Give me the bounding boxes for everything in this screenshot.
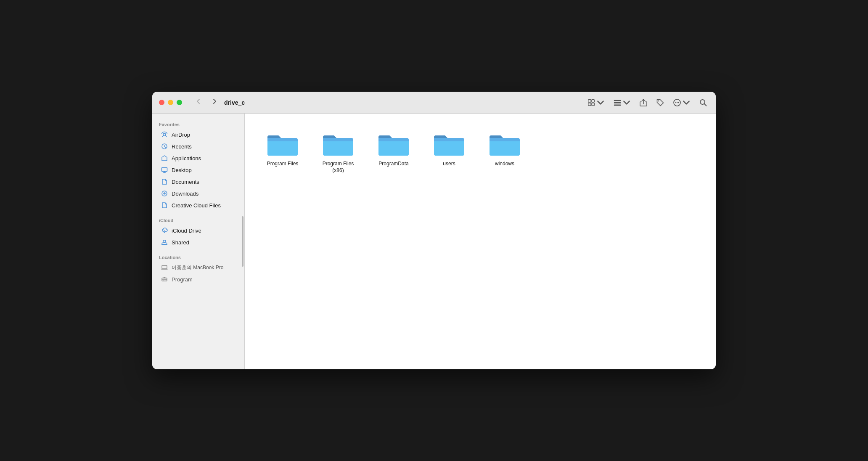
svg-rect-1 — [592, 99, 594, 102]
folder-label-users: users — [443, 161, 455, 167]
main-content: Favorites AirDrop — [152, 114, 716, 369]
folder-label-programdata: ProgramData — [378, 161, 408, 167]
creative-cloud-icon — [161, 201, 168, 209]
svg-point-10 — [677, 102, 677, 103]
sidebar-item-icloud-drive[interactable]: iCloud Drive — [154, 225, 243, 236]
applications-label: Applications — [172, 155, 201, 162]
svg-rect-5 — [614, 102, 621, 103]
folder-label-program-files: Program Files — [267, 161, 299, 167]
sidebar-item-creative-cloud[interactable]: Creative Cloud Files — [154, 199, 243, 211]
folder-icon-program-files — [266, 130, 299, 157]
svg-point-7 — [658, 100, 659, 101]
folder-icon-program-files-x86 — [321, 130, 355, 157]
folder-grid: Program Files Program Files(x86) — [262, 127, 699, 177]
maximize-button[interactable] — [177, 100, 182, 105]
sidebar-item-program-drive[interactable]: Program — [154, 273, 243, 285]
svg-point-12 — [700, 100, 705, 104]
finder-window: drive_c — [152, 92, 716, 369]
titlebar: drive_c — [152, 92, 716, 114]
svg-rect-18 — [162, 265, 167, 269]
folder-item-program-files-x86[interactable]: Program Files(x86) — [317, 127, 359, 177]
svg-rect-2 — [588, 103, 591, 105]
folder-item-users[interactable]: users — [428, 127, 470, 177]
recents-label: Recents — [172, 143, 192, 150]
search-button[interactable] — [697, 97, 709, 109]
tag-button[interactable] — [654, 97, 666, 109]
toolbar-right — [585, 97, 709, 109]
minimize-button[interactable] — [168, 100, 173, 105]
desktop-icon — [161, 166, 168, 174]
icloud-label: iCloud — [152, 215, 244, 225]
sidebar-scrollbar[interactable] — [242, 216, 243, 267]
back-button[interactable] — [192, 96, 205, 109]
folder-label-windows: windows — [495, 161, 514, 167]
close-button[interactable] — [159, 100, 164, 105]
macbook-label: 이종훈의 MacBook Pro — [172, 264, 223, 271]
view-icon-button[interactable] — [585, 97, 606, 109]
shared-label: Shared — [172, 239, 189, 246]
folder-icon-windows — [488, 130, 521, 157]
svg-rect-0 — [588, 99, 591, 102]
desktop-label: Desktop — [172, 167, 192, 173]
arrange-button[interactable] — [611, 97, 632, 109]
svg-rect-17 — [163, 240, 166, 242]
sidebar-item-documents[interactable]: Documents — [154, 176, 243, 188]
documents-icon — [161, 178, 168, 185]
icloud-drive-label: iCloud Drive — [172, 228, 201, 234]
folder-item-programdata[interactable]: ProgramData — [373, 127, 415, 177]
downloads-icon — [161, 190, 168, 197]
program-drive-label: Program — [172, 276, 193, 283]
folder-label-program-files-x86: Program Files(x86) — [323, 161, 354, 174]
recents-icon — [161, 143, 168, 150]
svg-point-9 — [675, 102, 676, 103]
more-button[interactable] — [671, 97, 692, 109]
window-title: drive_c — [224, 99, 245, 106]
svg-rect-3 — [592, 103, 594, 105]
favorites-label: Favorites — [152, 119, 244, 129]
sidebar-item-macbook[interactable]: 이종훈의 MacBook Pro — [154, 262, 243, 273]
svg-rect-4 — [614, 100, 621, 101]
toolbar-left — [192, 96, 221, 109]
file-area: Program Files Program Files(x86) — [245, 114, 716, 369]
folder-item-windows[interactable]: windows — [484, 127, 526, 177]
icloud-drive-icon — [161, 227, 168, 234]
svg-rect-15 — [162, 168, 167, 172]
svg-rect-6 — [614, 104, 621, 106]
airdrop-icon — [161, 131, 168, 138]
share-button[interactable] — [638, 97, 649, 109]
sidebar-item-desktop[interactable]: Desktop — [154, 164, 243, 176]
sidebar: Favorites AirDrop — [152, 114, 245, 369]
documents-label: Documents — [172, 179, 199, 185]
shared-icon — [161, 238, 168, 246]
applications-icon — [161, 154, 168, 162]
folder-icon-programdata — [377, 130, 410, 157]
folder-item-program-files[interactable]: Program Files — [262, 127, 304, 177]
forward-button[interactable] — [208, 96, 221, 109]
laptop-icon — [161, 264, 168, 271]
folder-icon-users — [432, 130, 466, 157]
downloads-label: Downloads — [172, 191, 198, 197]
sidebar-item-recents[interactable]: Recents — [154, 140, 243, 152]
sidebar-item-airdrop[interactable]: AirDrop — [154, 129, 243, 140]
creative-cloud-label: Creative Cloud Files — [172, 202, 221, 209]
svg-point-11 — [678, 102, 679, 103]
traffic-lights — [159, 100, 182, 105]
drive-icon — [161, 276, 168, 283]
sidebar-item-shared[interactable]: Shared — [154, 236, 243, 248]
sidebar-item-downloads[interactable]: Downloads — [154, 188, 243, 199]
airdrop-label: AirDrop — [172, 132, 190, 138]
sidebar-item-applications[interactable]: Applications — [154, 152, 243, 164]
locations-label: Locations — [152, 252, 244, 262]
